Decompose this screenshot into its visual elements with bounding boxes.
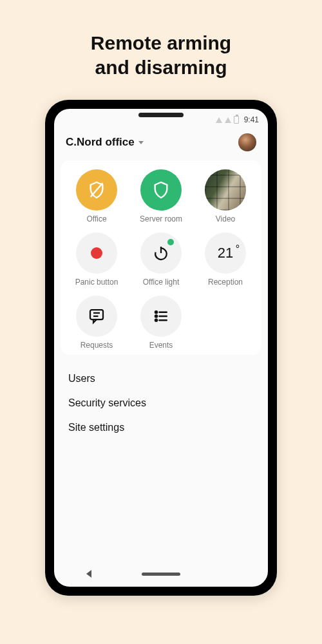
phone-screen: 9:41 C.Nord office Office <box>54 109 268 587</box>
tile-reception[interactable]: 21 Reception <box>193 232 258 287</box>
svg-point-10 <box>155 319 157 321</box>
tile-label: Reception <box>208 278 243 287</box>
app-header: C.Nord office <box>54 126 268 155</box>
tile-office-light[interactable]: Office light <box>129 232 193 287</box>
svg-point-8 <box>155 316 157 317</box>
chat-icon <box>76 296 117 337</box>
temperature-value: 21 <box>218 245 233 261</box>
svg-rect-3 <box>90 310 103 319</box>
chevron-down-icon <box>138 141 144 144</box>
tile-server-room[interactable]: Server room <box>129 169 193 223</box>
tile-video[interactable]: Video <box>193 169 258 223</box>
site-selector[interactable]: C.Nord office <box>66 136 144 149</box>
power-icon <box>140 232 182 274</box>
phone-speaker <box>138 113 184 117</box>
avatar[interactable] <box>238 133 256 151</box>
battery-icon <box>234 116 239 124</box>
tile-label: Office <box>86 214 106 223</box>
menu-item-security-services[interactable]: Security services <box>68 391 254 415</box>
shield-off-icon <box>76 169 117 211</box>
signal-icon <box>225 117 231 123</box>
svg-point-6 <box>155 311 157 313</box>
tile-label: Office light <box>143 278 179 287</box>
bottom-menu: Users Security services Site settings <box>54 355 268 440</box>
page-heading-line2: and disarming <box>0 55 322 80</box>
status-dot-icon <box>167 239 174 245</box>
tiles-card: Office Server room Video Panic b <box>61 160 261 355</box>
status-bar: 9:41 <box>54 109 268 126</box>
site-name: C.Nord office <box>66 136 135 149</box>
phone-frame: 9:41 C.Nord office Office <box>45 100 277 596</box>
wifi-icon <box>216 117 222 123</box>
menu-item-users[interactable]: Users <box>68 366 254 391</box>
shield-icon <box>140 169 182 211</box>
nav-back-icon[interactable] <box>86 570 91 578</box>
tile-office[interactable]: Office <box>64 169 129 223</box>
android-nav-bar <box>54 561 268 587</box>
temperature-icon: 21 <box>205 232 246 274</box>
tile-requests[interactable]: Requests <box>64 296 129 350</box>
video-thumbnail <box>205 169 246 211</box>
tiles-grid: Office Server room Video Panic b <box>64 169 258 350</box>
tile-label: Events <box>149 341 173 350</box>
tile-label: Server room <box>140 214 182 223</box>
tile-label: Requests <box>80 341 113 350</box>
status-time: 9:41 <box>244 115 259 124</box>
menu-item-site-settings[interactable]: Site settings <box>68 415 254 440</box>
tile-panic-button[interactable]: Panic button <box>64 232 129 287</box>
page-heading: Remote arming and disarming <box>0 0 322 79</box>
tile-label: Panic button <box>75 278 118 287</box>
page-heading-line1: Remote arming <box>0 31 322 55</box>
tile-label: Video <box>216 214 235 223</box>
panic-icon <box>76 232 117 274</box>
list-icon <box>140 296 182 337</box>
tile-events[interactable]: Events <box>129 296 193 350</box>
nav-home-icon[interactable] <box>142 573 180 576</box>
